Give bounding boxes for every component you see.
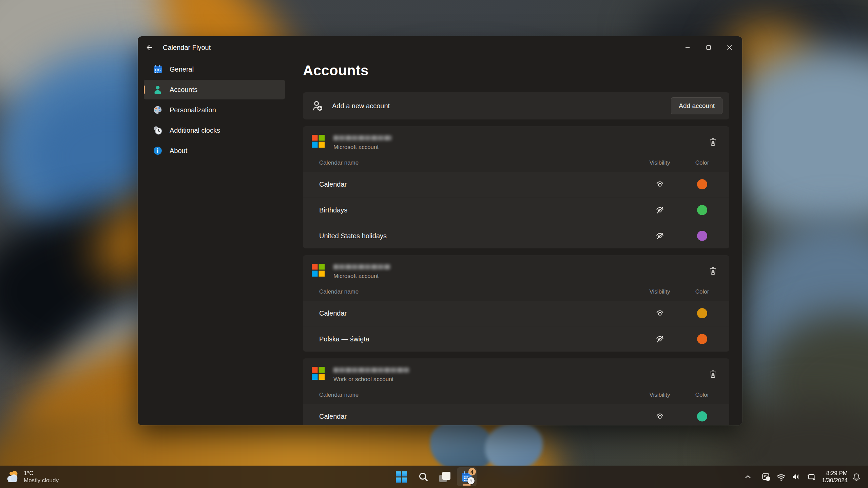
column-visibility: Visibility bbox=[638, 392, 682, 398]
account-header: Microsoft account bbox=[303, 255, 729, 280]
task-view-icon bbox=[439, 472, 450, 482]
calendar-name: Birthdays bbox=[319, 206, 638, 214]
clock-overlay-icon bbox=[467, 477, 475, 484]
column-color: Color bbox=[682, 392, 722, 398]
person-add-icon bbox=[312, 100, 323, 112]
visibility-toggle[interactable] bbox=[652, 228, 667, 243]
back-button[interactable] bbox=[143, 41, 155, 54]
delete-account-button[interactable] bbox=[706, 135, 720, 149]
chevron-up-icon bbox=[744, 472, 752, 481]
weather-widget[interactable]: 1°C Mostly cloudy bbox=[0, 466, 59, 488]
calendar-app-button[interactable]: 4 bbox=[457, 467, 477, 486]
sidebar-item-additional-clocks[interactable]: Additional clocks bbox=[144, 120, 285, 140]
visibility-toggle[interactable] bbox=[652, 332, 667, 346]
eye-off-icon bbox=[655, 335, 664, 344]
calendar-row: Calendar bbox=[303, 404, 729, 425]
back-arrow-icon bbox=[145, 43, 153, 52]
notifications-button[interactable] bbox=[850, 471, 863, 483]
minimize-button[interactable] bbox=[677, 36, 698, 59]
delete-account-button[interactable] bbox=[706, 264, 720, 278]
sidebar-item-label: Additional clocks bbox=[170, 127, 220, 134]
tray-chevron-button[interactable] bbox=[742, 471, 754, 483]
account-type-label: Microsoft account bbox=[333, 144, 706, 151]
calendar-badge: 4 bbox=[468, 468, 476, 475]
close-icon bbox=[726, 43, 734, 52]
page-title: Accounts bbox=[303, 62, 729, 79]
sidebar-item-label: General bbox=[170, 65, 194, 73]
calendar-color-dot[interactable] bbox=[697, 179, 707, 189]
column-visibility: Visibility bbox=[638, 159, 682, 166]
calendar-name: Calendar bbox=[319, 413, 638, 420]
visibility-toggle[interactable] bbox=[652, 177, 667, 192]
delete-account-button[interactable] bbox=[706, 367, 720, 381]
sync-health-icon bbox=[806, 472, 816, 482]
sidebar-item-personalization[interactable]: Personalization bbox=[144, 100, 285, 120]
column-calendar-name: Calendar name bbox=[319, 392, 638, 398]
trash-icon bbox=[708, 137, 718, 147]
calendar-color-dot[interactable] bbox=[697, 308, 707, 318]
tray-app-button[interactable] bbox=[760, 471, 772, 483]
add-account-button[interactable]: Add account bbox=[671, 97, 722, 114]
account-header: Microsoft account bbox=[303, 126, 729, 151]
search-button[interactable] bbox=[413, 467, 433, 486]
microsoft-logo-icon bbox=[312, 135, 325, 148]
sidebar-item-general[interactable]: General bbox=[144, 59, 285, 79]
account-email-redacted bbox=[333, 264, 390, 269]
active-app-indicator bbox=[463, 484, 471, 486]
network-button[interactable] bbox=[775, 471, 787, 483]
wifi-icon bbox=[776, 472, 786, 482]
calendar-row: Calendar bbox=[303, 301, 729, 326]
maximize-icon bbox=[705, 43, 713, 52]
volume-button[interactable] bbox=[790, 471, 802, 483]
calendar-name: Polska — święta bbox=[319, 335, 638, 343]
speaker-icon bbox=[791, 472, 801, 482]
add-account-label: Add a new account bbox=[332, 102, 671, 110]
visibility-toggle[interactable] bbox=[652, 409, 667, 424]
calendar-color-dot[interactable] bbox=[697, 205, 707, 215]
weather-condition: Mostly cloudy bbox=[24, 477, 59, 484]
taskbar-center-icons: 4 bbox=[392, 466, 477, 488]
microsoft-logo-icon bbox=[312, 367, 325, 380]
weather-temperature: 1°C bbox=[24, 470, 59, 477]
microsoft-logo-icon bbox=[312, 264, 325, 277]
sidebar-item-about[interactable]: About bbox=[144, 141, 285, 161]
info-icon bbox=[153, 146, 163, 156]
taskbar-tray: 8:29 PM 1/30/2024 bbox=[742, 466, 868, 488]
task-view-button[interactable] bbox=[435, 467, 455, 486]
calendar-row: Calendar bbox=[303, 172, 729, 197]
visibility-toggle[interactable] bbox=[652, 203, 667, 218]
calendar-name: Calendar bbox=[319, 181, 638, 188]
trash-icon bbox=[708, 369, 718, 379]
account-email-redacted bbox=[333, 368, 409, 373]
eye-icon bbox=[655, 412, 664, 421]
settings-sidebar: General Accounts Personalization Additio… bbox=[138, 59, 291, 425]
bell-icon bbox=[852, 472, 861, 482]
calendar-color-dot[interactable] bbox=[697, 411, 707, 421]
calendar-color-dot[interactable] bbox=[697, 231, 707, 241]
sidebar-item-label: Personalization bbox=[170, 106, 216, 114]
trash-icon bbox=[708, 266, 718, 276]
person-icon bbox=[153, 85, 163, 95]
sidebar-item-label: Accounts bbox=[170, 86, 197, 94]
window-title: Calendar Flyout bbox=[163, 44, 211, 52]
calendar-icon bbox=[153, 64, 163, 74]
sidebar-item-accounts[interactable]: Accounts bbox=[144, 80, 285, 99]
sync-status-button[interactable] bbox=[805, 471, 817, 483]
start-button[interactable] bbox=[392, 467, 411, 486]
sidebar-item-label: About bbox=[170, 147, 187, 155]
close-button[interactable] bbox=[719, 36, 740, 59]
column-visibility: Visibility bbox=[638, 288, 682, 295]
calendar-columns-header: Calendar name Visibility Color bbox=[303, 280, 729, 300]
add-account-row: Add a new account Add account bbox=[303, 92, 729, 119]
calendar-row: Birthdays bbox=[303, 198, 729, 223]
eye-icon bbox=[655, 309, 664, 318]
maximize-button[interactable] bbox=[698, 36, 719, 59]
visibility-toggle[interactable] bbox=[652, 306, 667, 321]
calendar-row: United States holidays bbox=[303, 223, 729, 248]
column-color: Color bbox=[682, 288, 722, 295]
minimize-icon bbox=[683, 43, 692, 52]
tray-app-icon bbox=[761, 472, 771, 482]
calendar-color-dot[interactable] bbox=[697, 334, 707, 344]
eye-icon bbox=[655, 180, 664, 189]
taskbar-clock[interactable]: 8:29 PM 1/30/2024 bbox=[822, 470, 848, 484]
